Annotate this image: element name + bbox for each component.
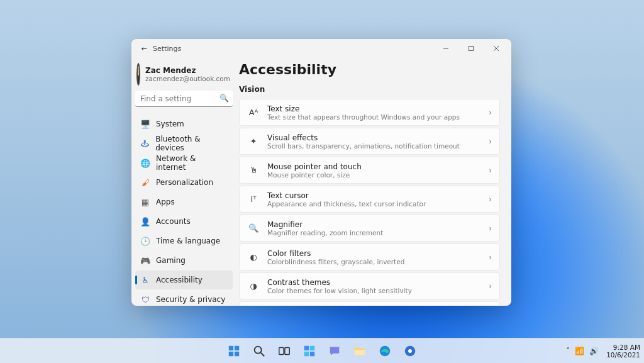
settings-item-desc: Color themes for low vision, light sensi…: [267, 287, 489, 294]
profile[interactable]: Zac Mendez zacmendez@outlook.com: [135, 59, 233, 91]
chevron-right-icon: ›: [489, 253, 492, 262]
search-box[interactable]: 🔍: [135, 91, 233, 107]
bluetooth-icon: 🕹: [140, 138, 150, 148]
svg-rect-1: [469, 47, 474, 51]
settings-item-visual-effects[interactable]: ✦Visual effectsScroll bars, transparency…: [239, 128, 500, 155]
settings-item-magnifier[interactable]: 🔍MagnifierMagnifier reading, zoom increm…: [239, 215, 500, 242]
sidebar-item-security-privacy[interactable]: 🛡Security & privacy: [135, 290, 233, 306]
svg-rect-7: [235, 351, 239, 355]
settings-item-desc: Text size that appears throughout Window…: [267, 113, 489, 121]
visual-effects-icon: ✦: [247, 137, 260, 146]
settings-item-title: Color filters: [267, 249, 489, 258]
svg-line-9: [261, 352, 265, 356]
close-button[interactable]: [484, 39, 509, 58]
sidebar-item-system[interactable]: 🖥️System: [135, 114, 233, 133]
sidebar-item-apps[interactable]: ▦Apps: [135, 193, 233, 211]
settings-item-narrator[interactable]: 🗣NarratorVoice, verbosity, keyboard, bra…: [239, 301, 500, 306]
taskbar-edge-button[interactable]: [374, 340, 396, 362]
gaming-icon: 🎮: [140, 255, 150, 265]
settings-item-desc: Colorblindness filters, grayscale, inver…: [267, 258, 489, 265]
chevron-right-icon: ›: [489, 195, 492, 204]
sidebar-item-label: Accessibility: [156, 276, 203, 284]
sidebar-item-bluetooth-devices[interactable]: 🕹Bluetooth & devices: [135, 134, 233, 153]
accounts-icon: 👤: [140, 216, 150, 226]
svg-rect-16: [355, 350, 365, 355]
search-icon: 🔍: [219, 94, 229, 103]
mouse-pointer-icon: 🖱: [247, 165, 260, 175]
sidebar-item-gaming[interactable]: 🎮Gaming: [135, 251, 233, 270]
clock-date: 10/6/2021: [606, 351, 640, 359]
svg-rect-10: [279, 347, 284, 354]
sidebar-item-label: Time & language: [156, 237, 220, 245]
sidebar-item-accessibility[interactable]: ♿Accessibility: [135, 271, 233, 289]
clock[interactable]: 9:28 AM 10/6/2021: [606, 343, 640, 359]
chevron-right-icon: ›: [489, 224, 492, 233]
page-title: Accessibility: [239, 62, 500, 77]
settings-item-desc: Magnifier reading, zoom increment: [267, 229, 489, 237]
sidebar-item-label: Personalization: [156, 178, 213, 187]
maximize-button[interactable]: [458, 39, 484, 58]
taskbar: ˄ 📶 🔊 9:28 AM 10/6/2021: [0, 338, 644, 363]
settings-item-title: Contrast themes: [267, 278, 489, 287]
settings-item-mouse-pointer-and-touch[interactable]: 🖱Mouse pointer and touchMouse pointer co…: [239, 157, 500, 184]
security-icon: 🛡: [140, 294, 150, 304]
app-title: Settings: [152, 45, 433, 53]
svg-rect-12: [304, 345, 309, 350]
avatar: [136, 63, 140, 86]
taskbar-right: ˄ 📶 🔊 9:28 AM 10/6/2021: [566, 338, 640, 363]
nav-list: 🖥️System🕹Bluetooth & devices🌐Network & i…: [135, 114, 233, 306]
sidebar-item-label: Security & privacy: [156, 295, 225, 304]
settings-item-title: Text cursor: [267, 191, 489, 200]
color-filters-icon: ◐: [247, 252, 260, 262]
taskbar-task-view-button[interactable]: [273, 340, 296, 362]
settings-item-desc: Scroll bars, transparency, animations, n…: [267, 142, 489, 150]
profile-name: Zac Mendez: [145, 66, 230, 75]
svg-rect-15: [310, 351, 314, 355]
sidebar-item-label: Network & internet: [156, 154, 228, 172]
chevron-right-icon: ›: [489, 282, 492, 291]
sidebar-item-accounts[interactable]: 👤Accounts: [135, 212, 233, 231]
minimize-button[interactable]: [433, 39, 458, 58]
sidebar-item-label: Apps: [156, 198, 175, 206]
section-heading: Vision: [239, 85, 500, 94]
taskbar-start-button[interactable]: [223, 340, 245, 362]
profile-email: zacmendez@outlook.com: [145, 75, 230, 82]
system-icon: 🖥️: [140, 119, 150, 129]
wifi-icon[interactable]: 📶: [575, 347, 584, 355]
taskbar-search-button[interactable]: [248, 340, 270, 362]
settings-item-contrast-themes[interactable]: ◑Contrast themesColor themes for low vis…: [239, 272, 500, 299]
taskbar-file-explorer-button[interactable]: [348, 340, 371, 362]
network-icon: 🌐: [140, 158, 150, 168]
tray-chevron-up-icon[interactable]: ˄: [566, 347, 570, 355]
taskbar-settings-app-button[interactable]: [399, 340, 421, 362]
search-input[interactable]: [135, 91, 233, 107]
chevron-right-icon: ›: [489, 137, 492, 146]
taskbar-widgets-button[interactable]: [298, 340, 321, 362]
sidebar-item-network-internet[interactable]: 🌐Network & internet: [135, 154, 233, 172]
svg-rect-14: [304, 351, 309, 355]
svg-rect-13: [310, 345, 314, 350]
settings-item-text-size[interactable]: AᴬText sizeText size that appears throug…: [239, 99, 500, 126]
settings-item-color-filters[interactable]: ◐Color filtersColorblindness filters, gr…: [239, 243, 500, 271]
magnifier-icon: 🔍: [247, 223, 260, 233]
taskbar-chat-button[interactable]: [323, 340, 346, 362]
settings-item-title: Text size: [267, 104, 489, 113]
svg-point-8: [255, 346, 262, 353]
settings-item-title: Mouse pointer and touch: [267, 162, 489, 171]
time-language-icon: 🕒: [140, 236, 150, 246]
settings-item-text-cursor[interactable]: IᵀText cursorAppearance and thickness, t…: [239, 186, 500, 213]
svg-rect-4: [229, 345, 233, 350]
svg-rect-5: [235, 345, 239, 350]
sidebar-item-time-language[interactable]: 🕒Time & language: [135, 232, 233, 250]
sidebar: Zac Mendez zacmendez@outlook.com 🔍 🖥️Sys…: [131, 58, 236, 306]
sidebar-item-label: Accounts: [156, 217, 191, 226]
titlebar: ← Settings: [131, 39, 511, 58]
settings-window: ← Settings Zac Mendez zacmendez@outlook.…: [131, 39, 511, 306]
volume-icon[interactable]: 🔊: [589, 347, 599, 355]
sidebar-item-label: System: [156, 120, 184, 128]
back-button[interactable]: ←: [136, 45, 152, 53]
svg-rect-11: [285, 347, 289, 354]
sidebar-item-personalization[interactable]: 🖌Personalization: [135, 173, 233, 192]
accessibility-icon: ♿: [140, 275, 150, 285]
settings-item-title: Magnifier: [267, 220, 489, 229]
